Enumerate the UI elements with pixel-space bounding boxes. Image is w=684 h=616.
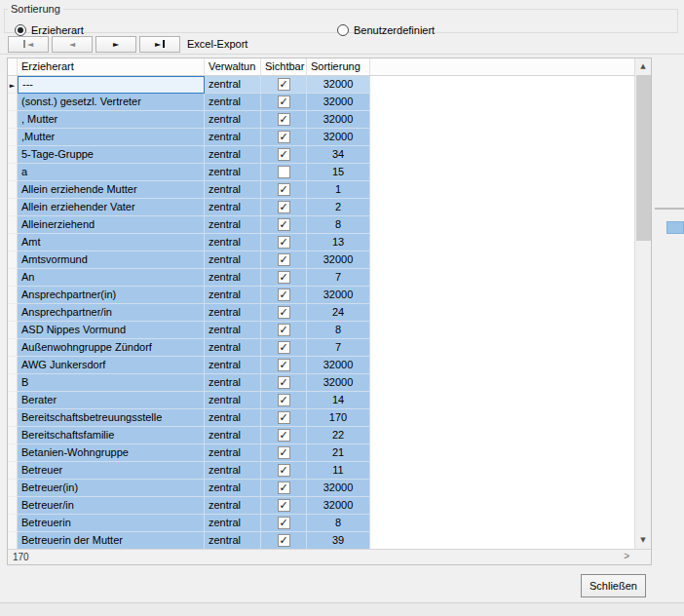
cell-erzieherart[interactable]: Ansprechpartner(in) bbox=[18, 287, 205, 304]
cell-sichtbar[interactable]: ✓ bbox=[261, 234, 307, 251]
cell-sortierung[interactable]: 11 bbox=[307, 462, 370, 480]
sichtbar-checkbox[interactable]: ✓ bbox=[278, 131, 290, 143]
cell-sortierung[interactable]: 21 bbox=[307, 444, 370, 462]
vertical-scrollbar[interactable]: ▲ ▼ bbox=[634, 58, 651, 549]
excel-export-button[interactable]: Excel-Export bbox=[187, 38, 247, 50]
table-row[interactable]: Amtsvormundzentral✓32000 bbox=[8, 251, 634, 269]
row-selector[interactable] bbox=[8, 181, 18, 199]
cell-sortierung[interactable]: 22 bbox=[307, 427, 370, 444]
scroll-down-icon[interactable]: ▼ bbox=[635, 532, 651, 549]
column-header-verwaltung[interactable]: Verwaltun bbox=[205, 58, 261, 75]
cell-sichtbar[interactable]: ✓ bbox=[261, 357, 307, 374]
cell-sichtbar[interactable]: ✓ bbox=[261, 497, 307, 515]
cell-sortierung[interactable]: 32000 bbox=[307, 251, 370, 269]
cell-erzieherart[interactable]: Ansprechpartner/in bbox=[18, 304, 205, 322]
cell-sichtbar[interactable]: ✓ bbox=[261, 146, 307, 164]
sichtbar-checkbox[interactable]: ✓ bbox=[278, 253, 290, 266]
cell-sortierung[interactable]: 32000 bbox=[307, 94, 370, 111]
table-row[interactable]: ►---zentral✓32000 bbox=[8, 76, 634, 94]
cell-sichtbar[interactable]: ✓ bbox=[261, 462, 307, 480]
sichtbar-checkbox[interactable]: ✓ bbox=[278, 517, 290, 529]
cell-sortierung[interactable]: 15 bbox=[307, 164, 370, 181]
cell-sortierung[interactable]: 13 bbox=[307, 234, 370, 251]
cell-sortierung[interactable]: 14 bbox=[307, 392, 370, 409]
cell-sichtbar[interactable]: ✓ bbox=[261, 427, 307, 444]
cell-verwaltung[interactable]: zentral bbox=[205, 392, 261, 409]
cell-sichtbar[interactable]: ✓ bbox=[261, 322, 307, 339]
table-row[interactable]: ,Mutterzentral✓32000 bbox=[8, 129, 634, 146]
cell-sichtbar[interactable]: ✓ bbox=[261, 392, 307, 409]
cell-verwaltung[interactable]: zentral bbox=[205, 234, 261, 251]
row-selector[interactable] bbox=[8, 357, 18, 374]
cell-sichtbar[interactable]: ✓ bbox=[261, 287, 307, 304]
sichtbar-checkbox[interactable]: ✓ bbox=[278, 411, 290, 424]
row-selector[interactable] bbox=[8, 304, 18, 322]
cell-erzieherart[interactable]: ,Mutter bbox=[18, 129, 205, 146]
sichtbar-checkbox[interactable]: ✓ bbox=[278, 218, 290, 231]
cell-erzieherart[interactable]: a bbox=[18, 164, 205, 181]
row-selector[interactable] bbox=[8, 94, 18, 111]
row-selector[interactable] bbox=[8, 251, 18, 269]
table-row[interactable]: Ansprechpartner(in)zentral✓32000 bbox=[8, 287, 634, 304]
sichtbar-checkbox[interactable]: ✓ bbox=[278, 499, 290, 512]
cell-sortierung[interactable]: 8 bbox=[307, 216, 370, 234]
scrollbar-thumb[interactable] bbox=[636, 75, 651, 241]
cell-sichtbar[interactable]: ✓ bbox=[261, 216, 307, 234]
row-selector[interactable] bbox=[8, 339, 18, 357]
cell-erzieherart[interactable]: , Mutter bbox=[18, 111, 205, 129]
cell-sichtbar[interactable]: ✓ bbox=[261, 76, 307, 94]
last-record-button[interactable]: ► bbox=[139, 36, 180, 53]
cell-sortierung[interactable]: 7 bbox=[307, 339, 370, 357]
cell-erzieherart[interactable]: Betanien-Wohngruppe bbox=[18, 444, 205, 462]
scroll-up-icon[interactable]: ▲ bbox=[635, 58, 651, 75]
row-selector[interactable] bbox=[8, 287, 18, 304]
cell-sichtbar[interactable]: ✓ bbox=[261, 181, 307, 199]
cell-verwaltung[interactable]: zentral bbox=[205, 111, 261, 129]
cell-sichtbar[interactable]: ✓ bbox=[261, 374, 307, 392]
cell-sichtbar[interactable] bbox=[261, 164, 307, 181]
cell-sichtbar[interactable]: ✓ bbox=[261, 304, 307, 322]
table-row[interactable]: Betreuer(in)zentral✓32000 bbox=[8, 480, 634, 497]
sichtbar-checkbox[interactable]: ✓ bbox=[278, 289, 290, 301]
column-header-sortierung[interactable]: Sortierung bbox=[307, 58, 370, 75]
sichtbar-checkbox[interactable]: ✓ bbox=[278, 429, 290, 442]
cell-verwaltung[interactable]: zentral bbox=[205, 304, 261, 322]
cell-sichtbar[interactable]: ✓ bbox=[261, 515, 307, 532]
cell-erzieherart[interactable]: Alleinerziehend bbox=[18, 216, 205, 234]
cell-verwaltung[interactable]: zentral bbox=[205, 444, 261, 462]
previous-record-button[interactable]: ◄ bbox=[52, 36, 93, 53]
cell-erzieherart[interactable]: Betreuerin bbox=[18, 515, 205, 532]
column-header-erzieherart[interactable]: Erzieherart bbox=[18, 58, 205, 75]
cell-sortierung[interactable]: 170 bbox=[307, 409, 370, 427]
cell-erzieherart[interactable]: Berater bbox=[18, 392, 205, 409]
table-row[interactable]: Bereitschaftsfamiliezentral✓22 bbox=[8, 427, 634, 444]
cell-sichtbar[interactable]: ✓ bbox=[261, 269, 307, 287]
table-row[interactable]: Bereitschaftsbetreuungsstellezentral✓170 bbox=[8, 409, 634, 427]
cell-sortierung[interactable]: 32000 bbox=[307, 480, 370, 497]
cell-sichtbar[interactable]: ✓ bbox=[261, 480, 307, 497]
table-row[interactable]: Anzentral✓7 bbox=[8, 269, 634, 287]
cell-sichtbar[interactable]: ✓ bbox=[261, 532, 307, 549]
sichtbar-checkbox[interactable]: ✓ bbox=[278, 96, 290, 108]
cell-sichtbar[interactable]: ✓ bbox=[261, 339, 307, 357]
cell-verwaltung[interactable]: zentral bbox=[205, 199, 261, 216]
sichtbar-checkbox[interactable]: ✓ bbox=[278, 183, 290, 196]
cell-sichtbar[interactable]: ✓ bbox=[261, 444, 307, 462]
cell-verwaltung[interactable]: zentral bbox=[205, 497, 261, 515]
table-row[interactable]: Außenwohngruppe Zündorfzentral✓7 bbox=[8, 339, 634, 357]
table-row[interactable]: Alleinerziehendzentral✓8 bbox=[8, 216, 634, 234]
row-selector[interactable] bbox=[8, 427, 18, 444]
sichtbar-checkbox[interactable]: ✓ bbox=[278, 376, 290, 389]
table-row[interactable]: ASD Nippes Vormundzentral✓8 bbox=[8, 322, 634, 339]
cell-sortierung[interactable]: 1 bbox=[307, 181, 370, 199]
row-selector[interactable] bbox=[8, 497, 18, 515]
cell-erzieherart[interactable]: 5-Tage-Gruppe bbox=[18, 146, 205, 164]
table-row[interactable]: Betreuerinzentral✓8 bbox=[8, 515, 634, 532]
table-row[interactable]: Allein erziehende Mutterzentral✓1 bbox=[8, 181, 634, 199]
table-row[interactable]: 5-Tage-Gruppezentral✓34 bbox=[8, 146, 634, 164]
cell-sortierung[interactable]: 8 bbox=[307, 322, 370, 339]
sichtbar-checkbox[interactable]: ✓ bbox=[278, 341, 290, 354]
cell-erzieherart[interactable]: Außenwohngruppe Zündorf bbox=[18, 339, 205, 357]
row-selector[interactable] bbox=[8, 444, 18, 462]
cell-verwaltung[interactable]: zentral bbox=[205, 216, 261, 234]
